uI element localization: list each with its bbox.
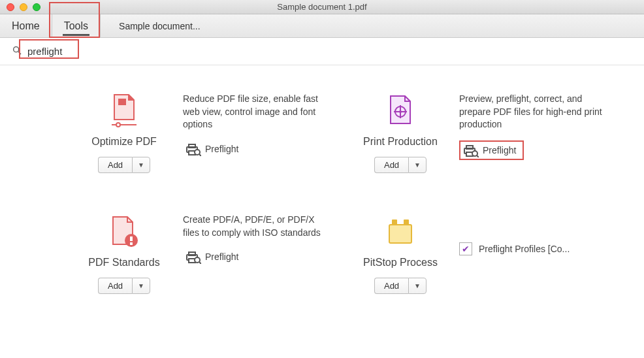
window-controls xyxy=(0,3,40,11)
search-input[interactable] xyxy=(26,44,105,58)
pitstop-icon xyxy=(384,212,417,252)
search-icon xyxy=(12,45,22,57)
chevron-down-icon: ▼ xyxy=(138,161,144,169)
tool-title: PDF Standards xyxy=(88,257,159,268)
add-dropdown[interactable]: ▼ xyxy=(408,278,427,294)
add-button[interactable]: Add xyxy=(374,278,408,294)
svg-point-25 xyxy=(195,257,200,263)
tool-description: Preview, preflight, correct, and prepare… xyxy=(459,93,605,131)
add-button[interactable]: Add xyxy=(98,157,132,173)
tab-tools[interactable]: Tools xyxy=(52,14,101,37)
tab-bar: Home Tools Sample document... xyxy=(0,14,644,38)
svg-point-4 xyxy=(116,123,120,127)
svg-point-8 xyxy=(195,150,200,155)
titlebar: Sample document 1.pdf xyxy=(0,0,644,14)
checkbox-checked-icon: ✔ xyxy=(459,242,472,255)
add-dropdown[interactable]: ▼ xyxy=(132,278,150,294)
tab-tools-label: Tools xyxy=(64,20,88,32)
search-box[interactable] xyxy=(12,44,105,58)
tool-title: PitStop Process xyxy=(363,257,438,268)
add-button[interactable]: Add xyxy=(98,278,132,294)
preflight-action-highlighted[interactable]: Preflight xyxy=(459,140,524,160)
svg-line-18 xyxy=(477,155,479,157)
print-production-icon xyxy=(384,91,417,131)
svg-rect-23 xyxy=(189,252,195,255)
tab-document-label: Sample document... xyxy=(119,21,201,31)
svg-rect-2 xyxy=(118,99,126,105)
svg-rect-15 xyxy=(466,146,473,149)
printer-search-icon xyxy=(185,143,200,155)
add-button[interactable]: Add xyxy=(374,157,408,173)
preflight-action[interactable]: Preflight xyxy=(183,248,245,265)
tool-description: Reduce PDF file size, enable fast web vi… xyxy=(183,93,329,131)
tool-tile[interactable]: Optimize PDF Add ▼ xyxy=(78,91,170,173)
add-button-group: Add ▼ xyxy=(374,157,427,173)
tab-document[interactable]: Sample document... xyxy=(101,14,219,37)
add-dropdown[interactable]: ▼ xyxy=(408,157,427,173)
svg-rect-29 xyxy=(404,220,409,225)
svg-line-9 xyxy=(199,154,201,156)
tool-tile[interactable]: Print Production Add ▼ xyxy=(355,91,446,173)
tab-home-label: Home xyxy=(12,20,40,32)
svg-rect-28 xyxy=(392,220,397,225)
tools-grid: Optimize PDF Add ▼ Reduce PDF file size,… xyxy=(0,65,644,307)
tool-pdf-standards: PDF Standards Add ▼ Create PDF/A, PDF/E,… xyxy=(78,212,329,294)
add-button-group: Add ▼ xyxy=(374,278,427,294)
printer-search-icon xyxy=(463,144,477,156)
preflight-label: Preflight xyxy=(205,144,238,154)
svg-rect-6 xyxy=(189,144,195,148)
add-button-group: Add ▼ xyxy=(98,157,150,173)
preflight-label: Preflight xyxy=(483,145,516,155)
svg-rect-20 xyxy=(130,236,133,241)
tool-description: Create PDF/A, PDF/E, or PDF/X files to c… xyxy=(183,214,329,239)
optimize-pdf-icon xyxy=(108,91,140,131)
minimize-window-button[interactable] xyxy=(20,3,27,11)
tool-tile[interactable]: PitStop Process Add ▼ xyxy=(355,212,446,294)
pdf-standards-icon xyxy=(108,212,140,252)
preflight-profiles-label: Preflight Profiles [Co... xyxy=(479,244,570,254)
tool-title: Optimize PDF xyxy=(91,136,157,148)
tool-pitstop-process: PitStop Process Add ▼ ✔ Preflight Profil… xyxy=(355,212,605,294)
tab-home[interactable]: Home xyxy=(0,14,52,37)
tool-tile[interactable]: PDF Standards Add ▼ xyxy=(78,212,170,294)
svg-line-26 xyxy=(199,262,201,264)
tool-title: Print Production xyxy=(363,136,438,148)
preflight-label: Preflight xyxy=(205,252,238,262)
svg-point-17 xyxy=(472,151,477,156)
search-row xyxy=(0,38,644,65)
tool-optimize-pdf: Optimize PDF Add ▼ Reduce PDF file size,… xyxy=(78,91,329,173)
close-window-button[interactable] xyxy=(7,3,14,11)
svg-line-1 xyxy=(18,52,21,54)
chevron-down-icon: ▼ xyxy=(414,282,421,289)
add-dropdown[interactable]: ▼ xyxy=(132,157,150,173)
preflight-profiles-action[interactable]: ✔ Preflight Profiles [Co... xyxy=(459,214,605,255)
chevron-down-icon: ▼ xyxy=(414,161,421,169)
window-title: Sample document 1.pdf xyxy=(0,2,644,12)
svg-point-0 xyxy=(14,47,19,52)
add-button-group: Add ▼ xyxy=(98,278,150,294)
tool-print-production: Print Production Add ▼ Preview, prefligh… xyxy=(355,91,605,173)
preflight-action[interactable]: Preflight xyxy=(183,140,245,157)
svg-rect-21 xyxy=(130,242,133,245)
zoom-window-button[interactable] xyxy=(33,3,40,11)
svg-rect-27 xyxy=(389,225,411,243)
chevron-down-icon: ▼ xyxy=(138,282,144,289)
printer-search-icon xyxy=(185,251,200,263)
